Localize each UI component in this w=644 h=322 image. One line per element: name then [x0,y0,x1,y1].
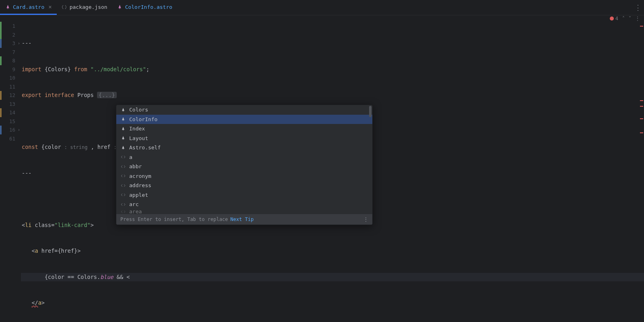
tag-icon [120,192,126,198]
next-tip-link[interactable]: Next Tip [230,217,254,222]
tab-colorinfo-astro[interactable]: ColorInfo.astro [112,0,177,15]
tag-icon [120,164,126,169]
astro-icon [120,135,126,141]
autocomplete-item[interactable]: abbr [116,162,372,171]
astro-icon [117,4,123,10]
error-count: 4 [615,16,618,21]
folded-region[interactable]: {...} [97,92,117,98]
tab-bar-spacer [177,0,632,15]
autocomplete-options-button[interactable]: ⋮ [363,217,368,222]
autocomplete-scrollbar[interactable] [369,106,372,117]
tab-label: ColorInfo.astro [125,4,172,10]
autocomplete-item[interactable]: applet [116,190,372,200]
tag-icon [120,202,126,207]
error-stripe[interactable] [639,22,644,322]
autocomplete-item[interactable]: a [116,153,372,162]
autocomplete-hint: Press Enter to insert, Tab to replace [120,217,228,222]
tag-icon [120,173,126,179]
error-icon [610,17,614,21]
tab-bar: Card.astro × package.json ColorInfo.astr… [0,0,644,15]
autocomplete-item[interactable]: acronym [116,171,372,181]
autocomplete-item[interactable]: ColorInfo [116,115,372,124]
tab-options-button[interactable]: ⋮ [632,0,644,15]
tag-icon [120,209,126,214]
gutter: 1 2 3› 7 8 9 10 11 12 13 14 15 16› 61 [0,22,19,322]
tab-label: package.json [70,4,107,10]
tag-icon [120,154,126,160]
next-highlight-button[interactable]: ˅ [629,16,631,21]
tag-icon [120,183,126,188]
astro-icon [5,4,10,10]
tab-card-astro[interactable]: Card.astro × [0,0,57,15]
astro-icon [120,107,126,113]
autocomplete-item[interactable]: Astro.self [116,143,372,153]
autocomplete-list[interactable]: Colors ColorInfo Index Layout Astro.self… [116,105,372,214]
astro-icon [120,145,126,151]
autocomplete-item[interactable]: Colors [116,105,372,115]
astro-icon [120,126,126,132]
autocomplete-item[interactable]: area [116,209,372,214]
tab-package-json[interactable]: package.json [57,0,112,15]
tab-label: Card.astro [13,4,44,10]
autocomplete-popup: Colors ColorInfo Index Layout Astro.self… [116,105,373,225]
autocomplete-item[interactable]: Index [116,124,372,134]
status-options-button[interactable]: ⋮ [635,16,640,21]
autocomplete-item[interactable]: Layout [116,134,372,143]
error-indicator[interactable]: 4 [610,16,618,21]
editor-status-strip: 4 ˄ ˅ ⋮ [0,15,644,22]
prev-highlight-button[interactable]: ˄ [622,16,625,21]
astro-icon [120,116,126,122]
json-icon [62,4,67,10]
autocomplete-item[interactable]: arc [116,200,372,209]
autocomplete-item[interactable]: address [116,181,372,190]
close-icon[interactable]: × [48,4,52,10]
autocomplete-footer: Press Enter to insert, Tab to replace Ne… [116,214,372,225]
